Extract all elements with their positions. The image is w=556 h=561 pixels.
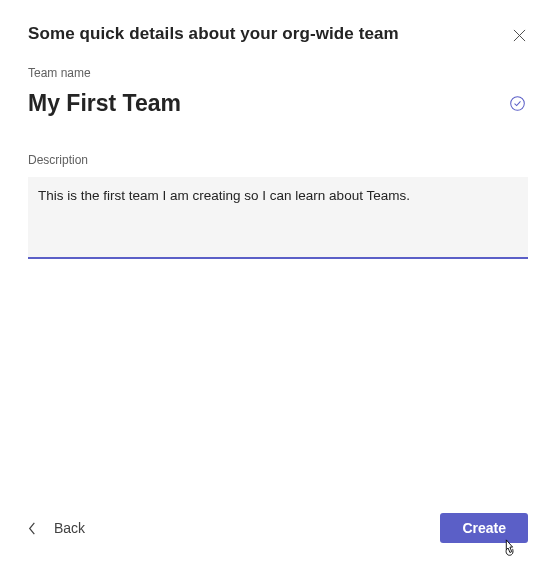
chevron-left-icon — [28, 522, 36, 535]
back-button[interactable]: Back — [28, 514, 85, 542]
checkmark-circle-icon — [509, 95, 526, 112]
back-label: Back — [54, 520, 85, 536]
close-button[interactable] — [510, 26, 528, 44]
team-name-label: Team name — [28, 66, 528, 80]
dialog-title: Some quick details about your org-wide t… — [28, 24, 399, 44]
create-team-dialog: Some quick details about your org-wide t… — [0, 0, 556, 561]
description-label: Description — [28, 153, 528, 167]
description-input[interactable]: This is the first team I am creating so … — [28, 177, 528, 259]
team-name-row — [28, 90, 528, 117]
close-icon — [513, 29, 526, 42]
dialog-header: Some quick details about your org-wide t… — [28, 24, 528, 44]
dialog-footer: Back Create — [28, 513, 528, 543]
create-button[interactable]: Create — [440, 513, 528, 543]
team-name-input[interactable] — [28, 90, 509, 117]
svg-point-2 — [511, 97, 525, 111]
